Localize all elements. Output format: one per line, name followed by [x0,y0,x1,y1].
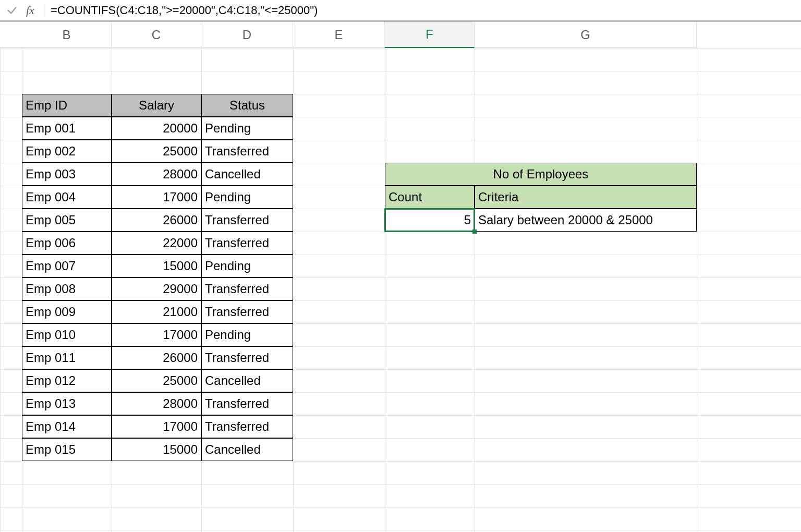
emp-salary-row-0[interactable]: 20000 [112,117,201,140]
emp-salary-row-8[interactable]: 21000 [112,300,201,323]
summary-count-label[interactable]: Count [385,186,475,209]
emp-header-salary[interactable]: Salary [112,94,201,117]
emp-salary-row-11[interactable]: 25000 [112,369,201,392]
emp-salary-row-13[interactable]: 17000 [112,415,201,438]
emp-salary-row-7[interactable]: 29000 [112,277,201,300]
emp-salary-row-5[interactable]: 22000 [112,232,201,255]
emp-header-status[interactable]: Status [201,94,293,117]
emp-status-row-7[interactable]: Transferred [201,277,293,300]
emp-status-row-1[interactable]: Transferred [201,140,293,163]
emp-id-row-10[interactable]: Emp 011 [22,346,112,369]
emp-status-row-6[interactable]: Pending [201,255,293,277]
summary-criteria-label[interactable]: Criteria [475,186,697,209]
emp-status-row-0[interactable]: Pending [201,117,293,140]
column-header-D[interactable]: D [201,22,293,48]
emp-status-row-2[interactable]: Cancelled [201,163,293,186]
formula-bar: fx [0,0,801,22]
emp-status-row-9[interactable]: Pending [201,323,293,346]
column-header-B[interactable]: B [22,22,112,48]
emp-id-row-1[interactable]: Emp 002 [22,140,112,163]
column-header-F[interactable]: F [385,22,475,48]
emp-salary-row-10[interactable]: 26000 [112,346,201,369]
emp-id-row-8[interactable]: Emp 009 [22,300,112,323]
column-header-G[interactable]: G [475,22,697,48]
emp-id-row-13[interactable]: Emp 014 [22,415,112,438]
column-header-E[interactable]: E [293,22,385,48]
selection-fill-handle[interactable] [472,229,477,234]
divider [44,4,44,17]
emp-header-id[interactable]: Emp ID [22,94,112,117]
spreadsheet-grid[interactable]: BCDEFG Emp IDSalaryStatusEmp 00120000Pen… [0,22,801,532]
emp-id-row-9[interactable]: Emp 010 [22,323,112,346]
emp-salary-row-1[interactable]: 25000 [112,140,201,163]
summary-title[interactable]: No of Employees [385,163,697,186]
emp-status-row-12[interactable]: Transferred [201,392,293,415]
emp-id-row-14[interactable]: Emp 015 [22,438,112,461]
emp-salary-row-6[interactable]: 15000 [112,255,201,277]
emp-salary-row-3[interactable]: 17000 [112,186,201,209]
emp-id-row-2[interactable]: Emp 003 [22,163,112,186]
emp-id-row-0[interactable]: Emp 001 [22,117,112,140]
emp-id-row-12[interactable]: Emp 013 [22,392,112,415]
emp-status-row-5[interactable]: Transferred [201,232,293,255]
summary-count-value[interactable]: 5 [385,209,475,232]
emp-id-row-5[interactable]: Emp 006 [22,232,112,255]
summary-criteria-value[interactable]: Salary between 20000 & 25000 [475,209,697,232]
select-all-corner[interactable] [0,22,22,48]
formula-input[interactable] [50,3,796,18]
emp-status-row-3[interactable]: Pending [201,186,293,209]
emp-salary-row-9[interactable]: 17000 [112,323,201,346]
emp-status-row-14[interactable]: Cancelled [201,438,293,461]
fx-label[interactable]: fx [26,4,34,17]
emp-id-row-3[interactable]: Emp 004 [22,186,112,209]
column-header-C[interactable]: C [112,22,201,48]
emp-salary-row-2[interactable]: 28000 [112,163,201,186]
emp-id-row-7[interactable]: Emp 008 [22,277,112,300]
emp-id-row-4[interactable]: Emp 005 [22,209,112,232]
emp-salary-row-12[interactable]: 28000 [112,392,201,415]
emp-status-row-13[interactable]: Transferred [201,415,293,438]
confirm-check-icon[interactable] [5,4,19,17]
emp-id-row-11[interactable]: Emp 012 [22,369,112,392]
emp-status-row-10[interactable]: Transferred [201,346,293,369]
emp-status-row-8[interactable]: Transferred [201,300,293,323]
emp-salary-row-14[interactable]: 15000 [112,438,201,461]
emp-id-row-6[interactable]: Emp 007 [22,255,112,277]
emp-status-row-4[interactable]: Transferred [201,209,293,232]
emp-status-row-11[interactable]: Cancelled [201,369,293,392]
emp-salary-row-4[interactable]: 26000 [112,209,201,232]
